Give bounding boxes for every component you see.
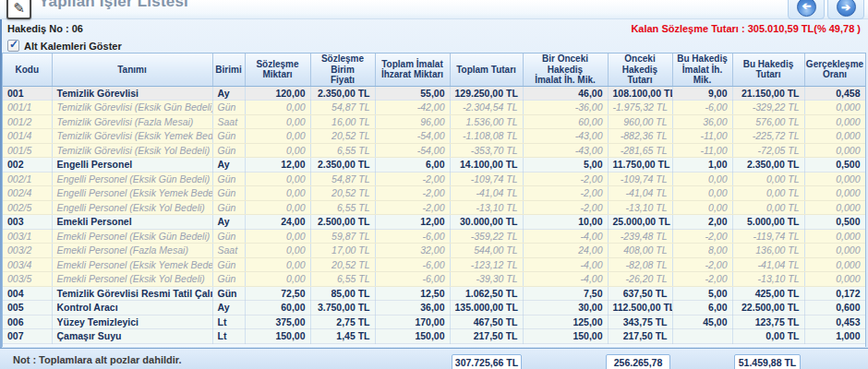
footer-bar: Not : Toplamlara alt pozlar dahildir. 30… (0, 348, 868, 369)
table-cell: 003/1 (3, 229, 52, 244)
table-row[interactable]: 003/1Emekli Personel (Eksik Gün Bedeli)G… (3, 229, 865, 244)
column-header[interactable]: Tanımı (52, 54, 212, 86)
table-cell: Gün (212, 172, 245, 186)
table-cell: 0,000 (804, 114, 865, 129)
column-header[interactable]: Bu Hakediş İmalat İh. Mik. (672, 54, 732, 86)
table-cell: 6,00 (375, 158, 450, 173)
arrow-right-icon: ➔ (837, 0, 856, 17)
table-row[interactable]: 003/2Emekli Personel (Fazla Mesai)Saat0,… (3, 244, 865, 258)
table-cell: 0,00 (245, 114, 310, 129)
table-cell: 16,00 TL (310, 114, 375, 129)
table-cell: 375,00 (245, 315, 310, 329)
table-cell: 0,172 (804, 286, 865, 301)
table-row[interactable]: 001/5Temizlik Görevlisi (Eksik Yol Bedel… (3, 143, 865, 158)
table-cell: -353,70 TL (450, 143, 523, 158)
table-cell: 0,00 (245, 186, 310, 201)
table-row[interactable]: 004Temizlik Görevlisi Resmi Tatil Çalışm… (3, 286, 865, 301)
table-cell: 0,600 (804, 301, 865, 315)
table-cell: 14.100,00 TL (450, 158, 523, 173)
table-cell: 72,50 (245, 286, 310, 301)
table-row[interactable]: 005Kontrol AracıAy60,003.750,00 TL36,001… (3, 301, 865, 315)
notepad-pencil-icon: ✎ (6, 0, 31, 19)
table-cell: 0,000 (804, 101, 865, 115)
table-cell: 10,00 (523, 215, 608, 230)
column-header[interactable]: Sözleşme Miktarı (245, 54, 310, 86)
table-cell: Ay (212, 158, 245, 173)
table-row[interactable]: 006Yüzey TemizleyiciLt375,002,75 TL170,0… (3, 315, 865, 329)
table-cell: 25.000,00 TL (608, 215, 672, 230)
works-table-container: KoduTanımıBirimiSözleşme MiktarıSözleşme… (2, 53, 866, 347)
table-row[interactable]: 007Çamaşır SuyuLt150,001,45 TL150,00217,… (3, 329, 865, 344)
table-cell: -1.975,32 TL (608, 101, 672, 115)
table-cell: 32,00 (375, 244, 450, 258)
table-row[interactable]: 001Temizlik GörevlisiAy120,002.350,00 TL… (3, 86, 865, 101)
table-cell: 0,00 TL (732, 200, 804, 215)
table-cell: 5,00 (523, 158, 608, 173)
nav-buttons: ➔ ➔ (788, 0, 864, 19)
column-header[interactable]: Gerçekleşme Oranı (804, 54, 865, 86)
table-cell: -11,00 (672, 129, 732, 144)
show-subitems-checkbox-row[interactable]: ✓ Alt Kalemleri Göster (7, 40, 122, 52)
column-header[interactable]: Birimi (212, 54, 245, 86)
table-row[interactable]: 003Emekli PersonelAy24,002.500,00 TL12,0… (3, 215, 865, 230)
table-cell: -26,20 TL (608, 272, 672, 287)
remaining-contract-amount: Kalan Sözleşme Tutarı : 305.010,59 TL(% … (631, 23, 861, 34)
table-cell: -2,00 (375, 172, 450, 186)
table-row[interactable]: 001/2Temizlik Görevlisi (Fazla Mesai)Saa… (3, 114, 865, 129)
table-row[interactable]: 001/1Temizlik Görevlisi (Eksik Gün Bedel… (3, 101, 865, 115)
column-header[interactable]: Bir Önceki Hakediş İmalat İh. Mik. (523, 54, 608, 86)
table-cell: 576,00 TL (732, 114, 804, 129)
table-cell: Gün (212, 101, 245, 115)
table-row[interactable]: 003/4Emekli Personel (Eksik Yemek Bedeli… (3, 257, 865, 272)
table-cell: -6,00 (672, 101, 732, 115)
table-cell: 21.150,00 TL (732, 86, 804, 101)
table-cell: 006 (3, 315, 52, 329)
table-row[interactable]: 002/1Engelli Personel (Eksik Gün Bedeli)… (3, 172, 865, 186)
table-row[interactable]: 001/4Temizlik Görevlisi (Eksik Yemek Bed… (3, 129, 865, 144)
table-row[interactable]: 002/4Engelli Personel (Eksik Yemek Bedel… (3, 186, 865, 201)
title-bar: ✎ Yapılan İşler Listesi ➔ ➔ (0, 0, 868, 19)
back-button[interactable]: ➔ (788, 0, 825, 19)
table-cell: 004 (3, 286, 52, 301)
table-cell: Ay (212, 301, 245, 315)
table-cell: 1,45 TL (310, 329, 375, 344)
table-cell: -2,00 (672, 272, 732, 287)
table-cell: 2.350,00 TL (310, 158, 375, 173)
table-cell: 123,75 TL (732, 315, 804, 329)
column-header[interactable]: Toplam İmalat İhzarat Miktarı (375, 54, 450, 86)
table-cell: -39,30 TL (450, 272, 523, 287)
table-cell: -13,10 TL (450, 200, 523, 215)
column-header[interactable]: Sözleşme Birim Fiyatı (310, 54, 375, 86)
forward-button[interactable]: ➔ (827, 0, 864, 19)
table-cell: -11,00 (672, 143, 732, 158)
table-row[interactable]: 003/5Emekli Personel (Eksik Yol Bedeli)G… (3, 272, 865, 287)
table-cell: 343,75 TL (608, 315, 672, 329)
table-cell: 150,00 (245, 329, 310, 344)
table-row[interactable]: 002/5Engelli Personel (Eksik Yol Bedeli)… (3, 200, 865, 215)
column-header[interactable]: Toplam Tutarı (450, 54, 523, 86)
table-cell: -119,74 TL (732, 229, 804, 244)
table-cell: 12,00 (245, 158, 310, 173)
column-header[interactable]: Kodu (3, 54, 52, 86)
table-cell: Lt (212, 315, 245, 329)
table-cell: Temizlik Görevlisi (Fazla Mesai) (52, 114, 212, 129)
table-cell: 96,00 (375, 114, 450, 129)
table-cell: 12,00 (375, 215, 450, 230)
table-row[interactable]: 002Engelli PersonelAy12,002.350,00 TL6,0… (3, 158, 865, 173)
column-header[interactable]: Önceki Hakediş Tutarı (608, 54, 672, 86)
table-cell: -329,22 TL (732, 101, 804, 115)
table-cell: -2,00 (375, 186, 450, 201)
table-cell: -6,00 (375, 257, 450, 272)
show-subitems-checkbox[interactable]: ✓ (7, 40, 19, 52)
table-cell: Temizlik Görevlisi (Eksik Gün Bedeli) (52, 101, 212, 115)
table-cell: 0,000 (804, 129, 865, 144)
table-cell: 0,00 TL (732, 186, 804, 201)
table-cell: 20,52 TL (310, 186, 375, 201)
table-cell: 467,50 TL (450, 315, 523, 329)
table-cell: -123,12 TL (450, 257, 523, 272)
table-cell: -13,10 TL (608, 200, 672, 215)
table-cell: 408,00 TL (608, 244, 672, 258)
table-cell: 150,00 (523, 329, 608, 344)
column-header[interactable]: Bu Hakediş Tutarı (732, 54, 804, 86)
table-cell: Yüzey Temizleyici (52, 315, 212, 329)
